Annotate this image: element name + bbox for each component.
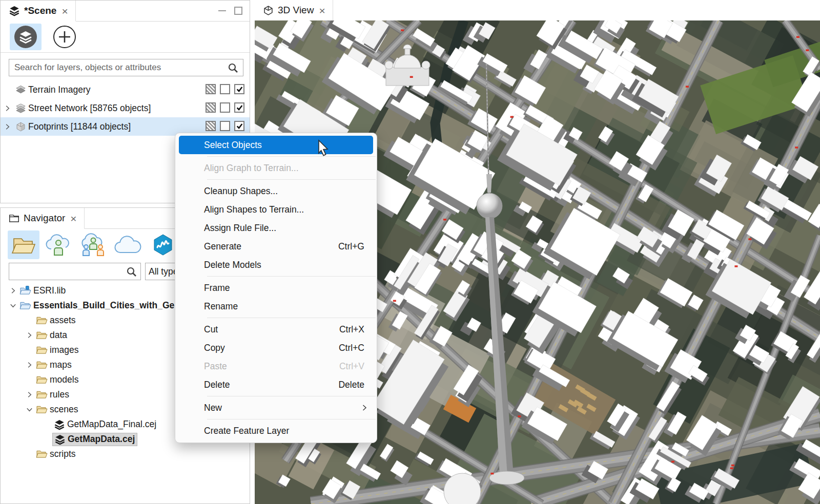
toggle-checked-checkbox[interactable] bbox=[234, 121, 244, 131]
maximize-icon[interactable] bbox=[234, 7, 242, 15]
menu-item-shortcut: Ctrl+G bbox=[338, 241, 364, 252]
view3d-tab-title: 3D View bbox=[278, 5, 314, 16]
minimize-icon[interactable] bbox=[218, 10, 226, 11]
menu-separator bbox=[207, 419, 376, 419]
menu-item-generate[interactable]: GenerateCtrl+G bbox=[175, 237, 377, 256]
scene-toolbar bbox=[1, 22, 250, 53]
submenu-arrow-icon bbox=[360, 404, 368, 412]
toggle-hatched-checkbox[interactable] bbox=[206, 121, 216, 131]
folder-icon bbox=[35, 345, 48, 355]
menu-item-label: Align Shapes to Terrain... bbox=[204, 204, 304, 215]
menu-item-assign-rule-file[interactable]: Assign Rule File... bbox=[175, 219, 377, 237]
toggle-checked-checkbox[interactable] bbox=[234, 84, 244, 94]
menu-separator bbox=[207, 156, 376, 157]
toggle-unchecked-checkbox[interactable] bbox=[220, 102, 230, 113]
menu-item-label: Delete Models bbox=[204, 260, 261, 270]
close-icon[interactable]: × bbox=[318, 5, 326, 16]
menu-separator bbox=[207, 396, 376, 396]
tab-3d-view[interactable]: 3D View × bbox=[255, 0, 333, 21]
menu-item-cleanup-shapes[interactable]: Cleanup Shapes... bbox=[175, 182, 377, 200]
scene-search-input[interactable] bbox=[9, 59, 243, 76]
arcgis-online-button[interactable] bbox=[147, 230, 179, 259]
tree-item-label: assets bbox=[50, 315, 76, 326]
street-network-icon bbox=[14, 103, 27, 113]
add-layer-button[interactable] bbox=[49, 24, 80, 50]
menu-item-new[interactable]: New bbox=[175, 398, 377, 417]
menu-item-delete[interactable]: DeleteDelete bbox=[175, 375, 377, 394]
menu-item-shortcut: Ctrl+C bbox=[339, 343, 364, 353]
chevron-right-icon[interactable] bbox=[23, 391, 35, 398]
toggle-hatched-checkbox[interactable] bbox=[206, 102, 216, 113]
menu-item-paste: PasteCtrl+V bbox=[175, 357, 377, 375]
layer-toggles bbox=[206, 84, 244, 94]
close-icon[interactable]: × bbox=[69, 213, 77, 224]
workspace-folder-icon bbox=[11, 235, 36, 255]
navigator-tree-row[interactable]: scripts bbox=[1, 447, 250, 461]
context-menu: Select ObjectsAlign Graph to Terrain...C… bbox=[175, 133, 377, 443]
selected-item-highlight: GetMapData.cej bbox=[53, 433, 137, 446]
portal-group-icon bbox=[79, 233, 108, 257]
tab-navigator[interactable]: Navigator × bbox=[1, 208, 85, 229]
chevron-right-icon[interactable] bbox=[1, 123, 14, 131]
menu-item-create-feature-layer[interactable]: Create Feature Layer bbox=[175, 422, 377, 440]
view3d-tabbar: 3D View × bbox=[255, 0, 820, 21]
menu-item-label: Delete bbox=[204, 380, 230, 390]
workspace-folder-button[interactable] bbox=[8, 230, 39, 259]
folder-icon bbox=[35, 316, 48, 325]
folder-icon bbox=[35, 375, 48, 385]
portal-user-button[interactable] bbox=[43, 230, 74, 259]
layer-row[interactable]: Street Network [58765 objects] bbox=[1, 99, 250, 117]
folder-icon bbox=[35, 390, 48, 400]
layer-row[interactable]: Terrain Imagery bbox=[1, 80, 250, 99]
footprints-icon bbox=[14, 121, 27, 132]
scene-tab-title: *Scene bbox=[24, 5, 56, 16]
menu-item-label: Create Feature Layer bbox=[204, 426, 289, 436]
menu-item-label: Assign Rule File... bbox=[204, 223, 276, 234]
menu-item-cut[interactable]: CutCtrl+X bbox=[175, 320, 377, 339]
chevron-right-icon[interactable] bbox=[23, 331, 35, 339]
cloud-button[interactable] bbox=[112, 230, 144, 259]
toggle-unchecked-checkbox[interactable] bbox=[220, 84, 230, 94]
tree-item-label: GetMapData.cej bbox=[68, 434, 135, 445]
portal-group-button[interactable] bbox=[77, 230, 109, 259]
tree-item-label: maps bbox=[50, 360, 72, 370]
menu-item-copy[interactable]: CopyCtrl+C bbox=[175, 339, 377, 357]
cube-icon bbox=[263, 5, 274, 16]
chevron-right-icon[interactable] bbox=[23, 361, 35, 369]
toggle-unchecked-checkbox[interactable] bbox=[220, 121, 230, 131]
scene-tabbar: *Scene × bbox=[1, 1, 250, 22]
portal-user-icon bbox=[45, 234, 72, 256]
navigator-search-input[interactable] bbox=[9, 263, 141, 280]
menu-item-shortcut: Ctrl+V bbox=[339, 361, 364, 372]
chevron-down-icon[interactable] bbox=[7, 302, 19, 309]
menu-item-align-shapes-to-terrain[interactable]: Align Shapes to Terrain... bbox=[175, 200, 377, 219]
close-icon[interactable]: × bbox=[60, 6, 69, 16]
menu-item-delete-models[interactable]: Delete Models bbox=[175, 256, 377, 274]
toggle-hatched-checkbox[interactable] bbox=[206, 84, 216, 94]
chevron-down-icon[interactable] bbox=[23, 406, 35, 413]
menu-item-shortcut: Delete bbox=[338, 380, 364, 390]
menu-item-label: Cleanup Shapes... bbox=[204, 186, 278, 197]
menu-separator bbox=[207, 318, 376, 318]
tree-item-label: data bbox=[50, 330, 67, 341]
project-folder-icon bbox=[19, 301, 32, 310]
folder-icon bbox=[35, 330, 48, 340]
esri-lib-folder-icon bbox=[19, 286, 32, 296]
chevron-right-icon[interactable] bbox=[7, 287, 19, 295]
cloud-icon bbox=[114, 236, 142, 254]
layer-label: Terrain Imagery bbox=[28, 85, 91, 95]
layer-manager-icon bbox=[14, 25, 37, 49]
tree-item-label: rules bbox=[50, 389, 69, 400]
toggle-checked-checkbox[interactable] bbox=[234, 102, 244, 113]
menu-separator bbox=[207, 179, 376, 180]
menu-item-select-objects[interactable]: Select Objects bbox=[179, 136, 373, 154]
chevron-right-icon[interactable] bbox=[1, 104, 14, 112]
layer-manager-button[interactable] bbox=[10, 24, 42, 50]
layer-toggles bbox=[206, 102, 244, 113]
menu-item-frame[interactable]: Frame bbox=[175, 279, 377, 297]
layer-tree: Terrain ImageryStreet Network [58765 obj… bbox=[1, 80, 250, 136]
navigator-tab-title: Navigator bbox=[24, 213, 65, 224]
arcgis-online-icon bbox=[152, 234, 174, 256]
tab-scene[interactable]: *Scene × bbox=[1, 1, 76, 22]
menu-item-rename[interactable]: Rename bbox=[175, 297, 377, 316]
